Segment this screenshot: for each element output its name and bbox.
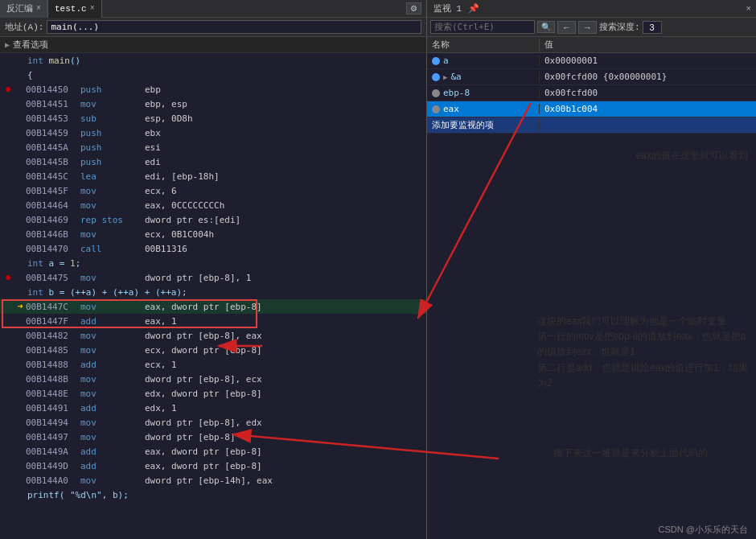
src-text: int b = (++a) + (++a) + (++a); (2, 287, 187, 298)
code-line[interactable]: 00B1445Bpushedi (0, 154, 426, 169)
src-text: { (2, 70, 33, 80)
mnemonic: mov (80, 200, 145, 211)
code-line[interactable]: 00B14491addedx, 1 (0, 401, 426, 415)
watch-row[interactable]: ebp-80x00fcfd00 (427, 85, 756, 101)
addr: 00B1446B (26, 229, 80, 240)
col-value-header: 值 (540, 39, 756, 51)
mnemonic: push (80, 142, 145, 153)
tab-test-c-label: test.c (55, 4, 87, 14)
code-line[interactable]: 00B1449Daddeax, dword ptr [ebp-8] (0, 459, 426, 473)
operands: ebp, esp (145, 99, 425, 109)
code-line[interactable]: 00B1445Cleaedi, [ebp-18h] (0, 169, 426, 183)
src-text: int a = 1; (2, 258, 80, 269)
watch-pin-icon[interactable]: 📌 (468, 3, 479, 14)
operands: edx, dword ptr [ebp-8] (145, 389, 425, 399)
operands: dword ptr [ebp-8] (145, 432, 425, 442)
addr: 00B1447C (26, 302, 80, 312)
watch-value-cell: 0x00fcfd00 {0x00000001} (540, 72, 756, 82)
nav-back-btn[interactable]: ← (557, 21, 576, 34)
code-line[interactable]: 00B14494movdword ptr [ebp-8], edx (0, 415, 426, 430)
code-line[interactable]: 00B14459pushebx (0, 125, 426, 140)
tab-disasm-label: 反汇编 (6, 2, 33, 14)
code-line[interactable]: ●00B14450pushebp (0, 82, 426, 97)
operands: edi, [ebp-18h] (145, 171, 425, 182)
watch-icon (432, 89, 440, 97)
mnemonic: push (80, 128, 145, 138)
code-line[interactable]: 00B1448Bmovdword ptr [ebp-8], ecx (0, 372, 426, 386)
addr: 00B14451 (26, 99, 80, 109)
watch-row[interactable]: 添加要监视的项 (427, 117, 756, 134)
toolbar-settings-btn[interactable]: ⚙ (406, 2, 421, 14)
code-line[interactable]: 00B1445Apushesi (0, 140, 426, 154)
code-line[interactable]: 00B14488addecx, 1 (0, 357, 426, 372)
addr: 00B14450 (26, 84, 80, 95)
operands: eax, dword ptr [ebp-8] (145, 302, 425, 312)
expand-arrow[interactable]: ▶ (443, 73, 447, 81)
code-line[interactable]: ●00B14475movdword ptr [ebp-8], 1 (0, 270, 426, 285)
watch-value-cell: 0x00000001 (540, 56, 756, 66)
code-line[interactable]: int b = (++a) + (++a) + (++a); (0, 285, 426, 299)
watch-row[interactable]: a0x00000001 (427, 53, 756, 69)
addr: 00B1448E (26, 389, 80, 399)
code-line[interactable]: 00B14485movecx, dword ptr [ebp-8] (0, 343, 426, 357)
watch-name-cell: 添加要监视的项 (427, 119, 540, 131)
operands: ecx, dword ptr [ebp-8] (145, 345, 425, 356)
mnemonic: rep stos (80, 215, 145, 225)
tab-test-c-close[interactable]: × (90, 4, 95, 13)
mnemonic: mov (80, 302, 145, 312)
watch-close[interactable]: × (746, 4, 756, 14)
code-line[interactable]: 00B14464moveax, 0CCCCCCCCh (0, 198, 426, 212)
code-area[interactable]: int main(){●00B14450pushebp00B14451moveb… (0, 53, 426, 539)
code-line[interactable]: ➜00B1447Cmoveax, dword ptr [ebp-8] (0, 299, 426, 314)
annot-block-note: 这块的eax我们可以理解为他是一个临时变量 第一行的mov是把ebp-8的值放到… (537, 314, 748, 391)
triangle-icon: ▶ (5, 40, 10, 50)
addr: 00B1445C (26, 171, 80, 182)
code-line[interactable]: 00B14482movdword ptr [ebp-8], eax (0, 328, 426, 343)
addr: 00B144A0 (26, 475, 80, 486)
addr: 00B14475 (26, 273, 80, 283)
tab-disasm[interactable]: 反汇编 × (0, 0, 48, 18)
col-name-header: 名称 (427, 39, 540, 51)
addr: 00B1448B (26, 374, 80, 385)
addr: 00B14482 (26, 331, 80, 341)
address-input[interactable] (47, 20, 421, 34)
watch-name-text: a (443, 56, 449, 66)
mnemonic: mov (80, 432, 145, 442)
code-line[interactable]: 00B1449Aaddeax, dword ptr [ebp-8] (0, 444, 426, 459)
addr: 00B1445B (26, 157, 80, 167)
code-line[interactable]: { (0, 68, 426, 82)
depth-input[interactable] (643, 21, 662, 34)
tab-test-c[interactable]: test.c × (48, 0, 102, 18)
view-options-row[interactable]: ▶ 查看选项 (0, 37, 426, 53)
code-line[interactable]: 00B14497movdword ptr [ebp-8] (0, 430, 426, 444)
code-line[interactable]: 00B14470call00B11316 (0, 241, 426, 256)
code-line[interactable]: 00B1446Bmovecx, 0B1C004h (0, 227, 426, 241)
operands: eax, 0CCCCCCCCh (145, 200, 425, 211)
code-line[interactable]: 00B144A0movdword ptr [ebp-14h], eax (0, 473, 426, 488)
mnemonic: add (80, 403, 145, 414)
code-line[interactable]: 00B14469rep stosdword ptr es:[edi] (0, 212, 426, 227)
mnemonic: mov (80, 331, 145, 341)
arrow-indicator: ➜ (14, 301, 26, 313)
code-line[interactable]: 00B1447Faddeax, 1 (0, 314, 426, 328)
code-line[interactable]: 00B1448Emovedx, dword ptr [ebp-8] (0, 386, 426, 401)
mnemonic: add (80, 446, 145, 457)
addr: 00B14469 (26, 215, 80, 225)
search-button[interactable]: 🔍 (537, 21, 555, 33)
code-line[interactable]: 00B1445Fmovecx, 6 (0, 183, 426, 198)
code-line[interactable]: 00B14453subesp, 0D8h (0, 111, 426, 125)
mnemonic: mov (80, 273, 145, 283)
operands: ebx (145, 128, 425, 138)
code-line[interactable]: int main() (0, 53, 426, 68)
code-line[interactable]: 00B14451movebp, esp (0, 97, 426, 111)
watch-row[interactable]: ▶&a0x00fcfd00 {0x00000001} (427, 69, 756, 85)
mnemonic: call (80, 244, 145, 254)
watch-row[interactable]: eax0x00b1c004 (427, 101, 756, 117)
code-line[interactable]: printf( "%d\n", b); (0, 488, 426, 502)
tab-disasm-close[interactable]: × (36, 4, 41, 13)
code-line[interactable]: int a = 1; (0, 256, 426, 270)
nav-forward-btn[interactable]: → (578, 21, 597, 34)
search-input[interactable] (430, 20, 535, 34)
operands: ecx, 1 (145, 360, 425, 370)
operands: dword ptr [ebp-8], 1 (145, 273, 425, 283)
